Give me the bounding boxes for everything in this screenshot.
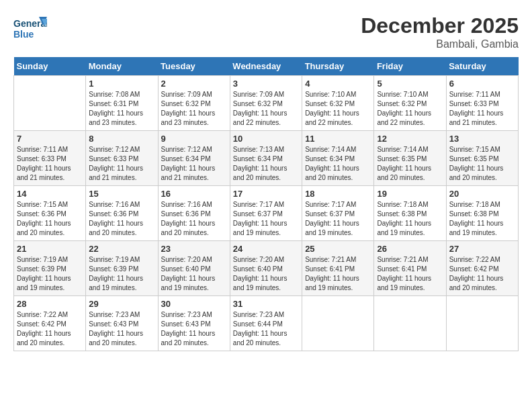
day-info: Sunrise: 7:23 AM Sunset: 6:44 PM Dayligh… <box>233 310 299 348</box>
calendar-cell: 1 Sunrise: 7:08 AM Sunset: 6:31 PM Dayli… <box>86 76 158 131</box>
sunset: Sunset: 6:41 PM <box>305 265 355 273</box>
calendar-cell: 24 Sunrise: 7:20 AM Sunset: 6:40 PM Dayl… <box>230 241 302 296</box>
col-tuesday: Tuesday <box>158 57 230 76</box>
col-monday: Monday <box>86 57 158 76</box>
daylight: Daylight: 11 hours and 19 minutes. <box>449 220 504 236</box>
daylight: Daylight: 11 hours and 20 minutes. <box>305 165 359 181</box>
day-info: Sunrise: 7:15 AM Sunset: 6:35 PM Dayligh… <box>449 145 515 183</box>
daylight: Daylight: 11 hours and 19 minutes. <box>89 275 143 291</box>
daylight: Daylight: 11 hours and 21 minutes. <box>89 165 143 181</box>
calendar-cell: 26 Sunrise: 7:21 AM Sunset: 6:41 PM Dayl… <box>374 241 446 296</box>
daylight: Daylight: 11 hours and 20 minutes. <box>377 165 431 181</box>
sunrise: Sunrise: 7:22 AM <box>449 256 500 263</box>
calendar-header: Sunday Monday Tuesday Wednesday Thursday… <box>14 57 519 76</box>
calendar-table: Sunday Monday Tuesday Wednesday Thursday… <box>13 57 519 351</box>
day-number: 20 <box>449 189 515 199</box>
day-info: Sunrise: 7:10 AM Sunset: 6:32 PM Dayligh… <box>305 90 371 128</box>
calendar-cell: 25 Sunrise: 7:21 AM Sunset: 6:41 PM Dayl… <box>302 241 374 296</box>
day-info: Sunrise: 7:12 AM Sunset: 6:33 PM Dayligh… <box>89 145 154 183</box>
sunset: Sunset: 6:44 PM <box>233 320 283 328</box>
calendar-cell <box>14 76 86 131</box>
calendar-cell: 6 Sunrise: 7:11 AM Sunset: 6:33 PM Dayli… <box>446 76 518 131</box>
day-info: Sunrise: 7:19 AM Sunset: 6:39 PM Dayligh… <box>17 255 83 293</box>
sunset: Sunset: 6:32 PM <box>305 100 355 107</box>
daylight: Daylight: 11 hours and 19 minutes. <box>233 275 287 291</box>
day-number: 15 <box>89 189 154 199</box>
sunrise: Sunrise: 7:21 AM <box>377 256 428 263</box>
sunset: Sunset: 6:36 PM <box>161 210 211 218</box>
calendar-cell: 4 Sunrise: 7:10 AM Sunset: 6:32 PM Dayli… <box>302 76 374 131</box>
sunrise: Sunrise: 7:19 AM <box>89 256 140 263</box>
sunset: Sunset: 6:32 PM <box>233 100 283 107</box>
daylight: Daylight: 11 hours and 22 minutes. <box>305 109 359 126</box>
col-friday: Friday <box>374 57 446 76</box>
calendar-cell: 28 Sunrise: 7:22 AM Sunset: 6:42 PM Dayl… <box>14 296 86 351</box>
daylight: Daylight: 11 hours and 23 minutes. <box>161 109 216 126</box>
calendar-cell: 14 Sunrise: 7:15 AM Sunset: 6:36 PM Dayl… <box>14 186 86 241</box>
sunrise: Sunrise: 7:08 AM <box>89 91 140 98</box>
logo: General Blue <box>13 13 43 40</box>
sunrise: Sunrise: 7:20 AM <box>233 256 284 263</box>
daylight: Daylight: 11 hours and 20 minutes. <box>449 165 504 181</box>
calendar-cell: 16 Sunrise: 7:16 AM Sunset: 6:36 PM Dayl… <box>158 186 230 241</box>
sunset: Sunset: 6:43 PM <box>161 320 211 328</box>
sunset: Sunset: 6:40 PM <box>233 265 283 273</box>
sunset: Sunset: 6:32 PM <box>161 100 211 107</box>
col-saturday: Saturday <box>446 57 518 76</box>
calendar-cell: 5 Sunrise: 7:10 AM Sunset: 6:32 PM Dayli… <box>374 76 446 131</box>
calendar-cell: 30 Sunrise: 7:23 AM Sunset: 6:43 PM Dayl… <box>158 296 230 351</box>
sunrise: Sunrise: 7:11 AM <box>17 146 68 153</box>
daylight: Daylight: 11 hours and 19 minutes. <box>305 275 359 291</box>
sunrise: Sunrise: 7:10 AM <box>305 91 356 98</box>
day-info: Sunrise: 7:09 AM Sunset: 6:32 PM Dayligh… <box>161 90 227 128</box>
col-sunday: Sunday <box>14 57 86 76</box>
day-info: Sunrise: 7:13 AM Sunset: 6:34 PM Dayligh… <box>233 145 299 183</box>
calendar-cell: 2 Sunrise: 7:09 AM Sunset: 6:32 PM Dayli… <box>158 76 230 131</box>
daylight: Daylight: 11 hours and 21 minutes. <box>449 109 504 126</box>
daylight: Daylight: 11 hours and 22 minutes. <box>233 109 287 126</box>
day-number: 13 <box>449 134 515 144</box>
sunset: Sunset: 6:33 PM <box>17 155 66 163</box>
day-info: Sunrise: 7:14 AM Sunset: 6:34 PM Dayligh… <box>305 145 371 183</box>
sunrise: Sunrise: 7:15 AM <box>17 201 68 208</box>
sunrise: Sunrise: 7:16 AM <box>161 201 212 208</box>
day-number: 21 <box>17 244 83 254</box>
sunset: Sunset: 6:42 PM <box>17 320 66 328</box>
sunrise: Sunrise: 7:10 AM <box>377 91 428 98</box>
calendar-cell: 19 Sunrise: 7:18 AM Sunset: 6:38 PM Dayl… <box>374 186 446 241</box>
day-info: Sunrise: 7:09 AM Sunset: 6:32 PM Dayligh… <box>233 90 299 128</box>
sunrise: Sunrise: 7:11 AM <box>449 91 500 98</box>
calendar-cell <box>302 296 374 351</box>
calendar-cell: 18 Sunrise: 7:17 AM Sunset: 6:37 PM Dayl… <box>302 186 374 241</box>
daylight: Daylight: 11 hours and 19 minutes. <box>161 275 216 291</box>
daylight: Daylight: 11 hours and 19 minutes. <box>377 275 431 291</box>
daylight: Daylight: 11 hours and 20 minutes. <box>89 330 143 347</box>
logo-icon: General Blue <box>13 13 40 40</box>
day-info: Sunrise: 7:14 AM Sunset: 6:35 PM Dayligh… <box>377 145 443 183</box>
sunset: Sunset: 6:34 PM <box>233 155 283 163</box>
day-number: 7 <box>17 134 83 144</box>
day-info: Sunrise: 7:11 AM Sunset: 6:33 PM Dayligh… <box>17 145 83 183</box>
sunrise: Sunrise: 7:23 AM <box>161 311 212 318</box>
day-number: 25 <box>305 244 371 254</box>
day-number: 18 <box>305 189 371 199</box>
daylight: Daylight: 11 hours and 20 minutes. <box>17 220 71 236</box>
day-number: 16 <box>161 189 227 199</box>
day-number: 8 <box>89 134 154 144</box>
day-number: 28 <box>17 299 83 309</box>
day-info: Sunrise: 7:08 AM Sunset: 6:31 PM Dayligh… <box>89 90 154 128</box>
calendar-week-1: 1 Sunrise: 7:08 AM Sunset: 6:31 PM Dayli… <box>14 76 519 131</box>
calendar-week-4: 21 Sunrise: 7:19 AM Sunset: 6:39 PM Dayl… <box>14 241 519 296</box>
day-info: Sunrise: 7:23 AM Sunset: 6:43 PM Dayligh… <box>161 310 227 348</box>
daylight: Daylight: 11 hours and 20 minutes. <box>89 220 143 236</box>
daylight: Daylight: 11 hours and 22 minutes. <box>377 109 431 126</box>
day-info: Sunrise: 7:19 AM Sunset: 6:39 PM Dayligh… <box>89 255 154 293</box>
sunset: Sunset: 6:40 PM <box>161 265 211 273</box>
sunset: Sunset: 6:38 PM <box>377 210 427 218</box>
day-number: 12 <box>377 134 443 144</box>
sunrise: Sunrise: 7:09 AM <box>233 91 284 98</box>
daylight: Daylight: 11 hours and 20 minutes. <box>161 330 216 347</box>
day-number: 26 <box>377 244 443 254</box>
sunrise: Sunrise: 7:23 AM <box>89 311 140 318</box>
sunrise: Sunrise: 7:12 AM <box>89 146 140 153</box>
